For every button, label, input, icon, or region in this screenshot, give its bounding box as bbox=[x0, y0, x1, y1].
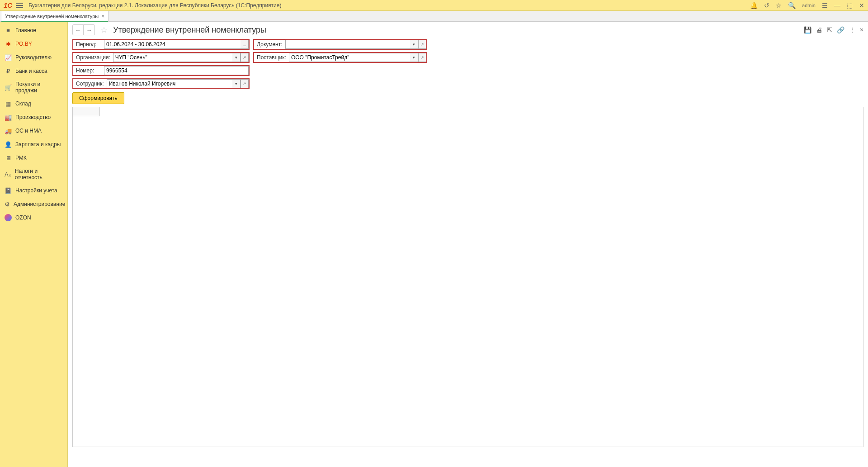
sidebar-icon-4: 🛒 bbox=[5, 84, 12, 91]
document-open-button[interactable]: ↗ bbox=[418, 40, 426, 49]
employee-dropdown-button[interactable]: ▾ bbox=[232, 79, 241, 88]
field-employee: Сотрудник: ▾ ↗ bbox=[72, 78, 250, 89]
app-title: Бухгалтерия для Беларуси, редакция 2.1. … bbox=[28, 2, 750, 9]
sidebar-item-3[interactable]: ₽Банк и касса bbox=[0, 64, 67, 78]
sidebar-icon-11: 📓 bbox=[5, 187, 12, 194]
sidebar-label-1: PO.BY bbox=[15, 41, 32, 47]
period-label: Период: bbox=[73, 40, 104, 49]
supplier-input[interactable] bbox=[289, 53, 410, 62]
period-input[interactable] bbox=[104, 40, 241, 49]
sidebar-item-1[interactable]: ✱PO.BY bbox=[0, 37, 67, 51]
sidebar-icon-3: ₽ bbox=[5, 67, 12, 75]
export-icon[interactable]: ⇱ bbox=[827, 26, 832, 33]
period-picker-button[interactable]: ... bbox=[241, 40, 249, 49]
favorite-star-icon[interactable]: ☆ bbox=[100, 25, 108, 35]
sidebar-icon-2: 📈 bbox=[5, 54, 12, 61]
sidebar-item-7[interactable]: 🚚ОС и НМА bbox=[0, 124, 67, 138]
bell-icon[interactable]: 🔔 bbox=[750, 2, 758, 9]
nav-forward-button[interactable]: → bbox=[84, 25, 94, 35]
form-row-3: Номер: bbox=[72, 65, 863, 76]
sidebar-icon-5: ▦ bbox=[5, 100, 12, 107]
document-dropdown-button[interactable]: ▾ bbox=[410, 40, 418, 49]
organization-input[interactable] bbox=[113, 53, 232, 62]
menu-icon[interactable] bbox=[16, 3, 23, 8]
sidebar-item-6[interactable]: 🏭Производство bbox=[0, 110, 67, 124]
sidebar-item-2[interactable]: 📈Руководителю bbox=[0, 51, 67, 64]
layout: ≡Главное✱PO.BY📈Руководителю₽Банк и касса… bbox=[0, 22, 868, 467]
report-area bbox=[72, 107, 863, 447]
sidebar-icon-6: 🏭 bbox=[5, 114, 12, 121]
number-label: Номер: bbox=[73, 66, 104, 75]
close-page-icon[interactable]: × bbox=[860, 26, 863, 33]
sidebar-label-2: Руководителю bbox=[15, 54, 52, 61]
star-icon[interactable]: ☆ bbox=[776, 2, 782, 9]
tab-active[interactable]: Утверждение внутренней номенклатуры × bbox=[1, 11, 108, 21]
sidebar-icon-10: Aₓ bbox=[5, 171, 11, 178]
field-document: Документ: ▾ ↗ bbox=[253, 39, 427, 50]
sidebar-item-0[interactable]: ≡Главное bbox=[0, 24, 67, 37]
logo-1c: 1C bbox=[4, 1, 12, 9]
organization-label: Организация: bbox=[73, 53, 113, 62]
more-icon[interactable]: ⋮ bbox=[849, 26, 855, 33]
sidebar-label-7: ОС и НМА bbox=[15, 128, 42, 134]
close-window-icon[interactable]: ✕ bbox=[859, 2, 864, 9]
titlebar: 1C Бухгалтерия для Беларуси, редакция 2.… bbox=[0, 0, 868, 11]
form-row-4: Сотрудник: ▾ ↗ bbox=[72, 78, 863, 89]
maximize-icon[interactable]: ⬚ bbox=[847, 2, 853, 9]
sidebar-label-9: РМК bbox=[15, 155, 27, 161]
sidebar: ≡Главное✱PO.BY📈Руководителю₽Банк и касса… bbox=[0, 22, 68, 467]
sidebar-item-9[interactable]: 🖥РМК bbox=[0, 151, 67, 165]
field-period: Период: ... bbox=[72, 39, 250, 50]
toolbar-right: 💾 🖨 ⇱ 🔗 ⋮ × bbox=[804, 26, 863, 33]
search-icon[interactable]: 🔍 bbox=[788, 2, 796, 9]
user-name[interactable]: admin bbox=[802, 3, 816, 8]
main-area: ← → ☆ Утверждение внутренней номенклатур… bbox=[68, 22, 868, 467]
sidebar-label-4: Покупки и продажи bbox=[15, 81, 63, 94]
organization-open-button[interactable]: ↗ bbox=[241, 53, 249, 62]
history-icon[interactable]: ↺ bbox=[764, 2, 769, 9]
page-toolbar: ← → ☆ Утверждение внутренней номенклатур… bbox=[68, 22, 868, 38]
sidebar-icon-1: ✱ bbox=[5, 40, 12, 48]
sidebar-item-5[interactable]: ▦Склад bbox=[0, 97, 67, 110]
supplier-label: Поставщик: bbox=[254, 53, 289, 62]
form-row-1: Период: ... Документ: ▾ ↗ bbox=[72, 39, 863, 50]
sidebar-icon-13 bbox=[5, 214, 12, 221]
report-tab-stub bbox=[73, 107, 100, 116]
minimize-icon[interactable]: — bbox=[834, 2, 840, 9]
sidebar-item-10[interactable]: AₓНалоги и отчетность bbox=[0, 165, 67, 184]
employee-input[interactable] bbox=[107, 79, 232, 88]
sidebar-icon-8: 👤 bbox=[5, 141, 12, 148]
generate-button[interactable]: Сформировать bbox=[72, 92, 124, 104]
sidebar-icon-12: ⚙ bbox=[5, 200, 10, 208]
sidebar-label-3: Банк и касса bbox=[15, 68, 47, 74]
organization-dropdown-button[interactable]: ▾ bbox=[232, 53, 241, 62]
nav-back-button[interactable]: ← bbox=[73, 25, 84, 35]
supplier-open-button[interactable]: ↗ bbox=[418, 53, 426, 62]
sidebar-label-0: Главное bbox=[15, 27, 36, 33]
employee-open-button[interactable]: ↗ bbox=[241, 79, 249, 88]
link-icon[interactable]: 🔗 bbox=[837, 26, 844, 33]
tabbar: Утверждение внутренней номенклатуры × bbox=[0, 11, 868, 22]
field-supplier: Поставщик: ▾ ↗ bbox=[253, 52, 427, 63]
number-input[interactable] bbox=[104, 66, 249, 75]
sidebar-item-4[interactable]: 🛒Покупки и продажи bbox=[0, 78, 67, 97]
sidebar-item-12[interactable]: ⚙Администрирование bbox=[0, 197, 67, 211]
sidebar-item-11[interactable]: 📓Настройки учета bbox=[0, 184, 67, 197]
sidebar-label-5: Склад bbox=[15, 100, 31, 107]
sidebar-label-11: Настройки учета bbox=[15, 187, 57, 194]
sidebar-icon-7: 🚚 bbox=[5, 127, 12, 134]
sidebar-item-8[interactable]: 👤Зарплата и кадры bbox=[0, 138, 67, 151]
sidebar-label-6: Производство bbox=[15, 114, 51, 120]
nav-buttons: ← → bbox=[72, 24, 95, 35]
sidebar-icon-9: 🖥 bbox=[5, 154, 12, 162]
document-input[interactable] bbox=[285, 40, 410, 49]
print-icon[interactable]: 🖨 bbox=[816, 26, 822, 33]
supplier-dropdown-button[interactable]: ▾ bbox=[410, 53, 418, 62]
save-icon[interactable]: 💾 bbox=[804, 26, 811, 33]
tab-close-icon[interactable]: × bbox=[101, 13, 104, 19]
sidebar-label-10: Налоги и отчетность bbox=[15, 168, 63, 181]
field-number: Номер: bbox=[72, 65, 250, 76]
document-label: Документ: bbox=[254, 40, 285, 49]
settings-icon[interactable]: ☰ bbox=[822, 2, 828, 9]
sidebar-item-13[interactable]: OZON bbox=[0, 211, 67, 224]
